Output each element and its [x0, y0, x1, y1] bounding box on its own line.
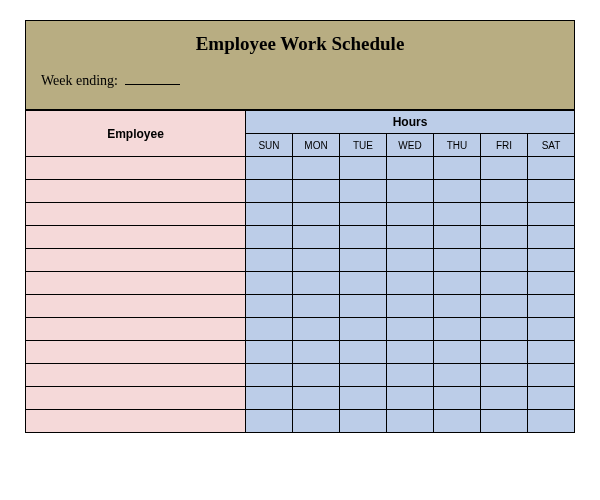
hours-cell[interactable] — [528, 318, 575, 341]
hours-cell[interactable] — [387, 318, 434, 341]
hours-cell[interactable] — [434, 364, 481, 387]
hours-cell[interactable] — [293, 203, 340, 226]
hours-cell[interactable] — [528, 364, 575, 387]
hours-cell[interactable] — [434, 318, 481, 341]
hours-cell[interactable] — [340, 410, 387, 433]
hours-cell[interactable] — [481, 410, 528, 433]
hours-cell[interactable] — [246, 364, 293, 387]
hours-cell[interactable] — [481, 387, 528, 410]
hours-cell[interactable] — [387, 364, 434, 387]
employee-cell[interactable] — [26, 180, 246, 203]
hours-cell[interactable] — [387, 387, 434, 410]
hours-cell[interactable] — [340, 157, 387, 180]
hours-cell[interactable] — [387, 410, 434, 433]
hours-cell[interactable] — [481, 318, 528, 341]
hours-cell[interactable] — [528, 341, 575, 364]
week-ending-input-line[interactable] — [125, 84, 180, 85]
hours-cell[interactable] — [387, 180, 434, 203]
hours-cell[interactable] — [481, 295, 528, 318]
employee-cell[interactable] — [26, 387, 246, 410]
hours-cell[interactable] — [293, 318, 340, 341]
hours-cell[interactable] — [293, 157, 340, 180]
hours-cell[interactable] — [246, 387, 293, 410]
hours-cell[interactable] — [434, 203, 481, 226]
hours-cell[interactable] — [340, 272, 387, 295]
hours-cell[interactable] — [246, 318, 293, 341]
hours-cell[interactable] — [246, 272, 293, 295]
hours-cell[interactable] — [434, 249, 481, 272]
hours-cell[interactable] — [293, 410, 340, 433]
hours-cell[interactable] — [481, 249, 528, 272]
hours-cell[interactable] — [434, 295, 481, 318]
employee-cell[interactable] — [26, 318, 246, 341]
hours-cell[interactable] — [340, 249, 387, 272]
table-row — [26, 272, 575, 295]
hours-cell[interactable] — [246, 157, 293, 180]
hours-cell[interactable] — [293, 272, 340, 295]
hours-cell[interactable] — [293, 387, 340, 410]
hours-cell[interactable] — [246, 226, 293, 249]
hours-cell[interactable] — [387, 226, 434, 249]
hours-cell[interactable] — [434, 410, 481, 433]
hours-cell[interactable] — [434, 226, 481, 249]
hours-cell[interactable] — [481, 226, 528, 249]
hours-cell[interactable] — [340, 203, 387, 226]
hours-cell[interactable] — [293, 295, 340, 318]
hours-cell[interactable] — [340, 180, 387, 203]
employee-cell[interactable] — [26, 226, 246, 249]
hours-cell[interactable] — [387, 249, 434, 272]
hours-cell[interactable] — [528, 295, 575, 318]
table-row — [26, 364, 575, 387]
hours-cell[interactable] — [528, 226, 575, 249]
hours-cell[interactable] — [481, 272, 528, 295]
hours-cell[interactable] — [340, 318, 387, 341]
hours-cell[interactable] — [246, 341, 293, 364]
employee-cell[interactable] — [26, 157, 246, 180]
hours-cell[interactable] — [387, 341, 434, 364]
hours-cell[interactable] — [293, 249, 340, 272]
hours-cell[interactable] — [528, 410, 575, 433]
hours-cell[interactable] — [528, 203, 575, 226]
hours-cell[interactable] — [434, 157, 481, 180]
hours-cell[interactable] — [340, 387, 387, 410]
employee-cell[interactable] — [26, 364, 246, 387]
hours-cell[interactable] — [528, 272, 575, 295]
employee-cell[interactable] — [26, 341, 246, 364]
hours-cell[interactable] — [387, 157, 434, 180]
hours-cell[interactable] — [481, 203, 528, 226]
hours-cell[interactable] — [481, 180, 528, 203]
hours-cell[interactable] — [246, 203, 293, 226]
employee-cell[interactable] — [26, 203, 246, 226]
hours-cell[interactable] — [387, 295, 434, 318]
employee-cell[interactable] — [26, 249, 246, 272]
hours-cell[interactable] — [246, 410, 293, 433]
hours-cell[interactable] — [293, 226, 340, 249]
employee-cell[interactable] — [26, 410, 246, 433]
hours-cell[interactable] — [293, 364, 340, 387]
hours-cell[interactable] — [246, 180, 293, 203]
hours-column-header: Hours — [246, 111, 575, 134]
hours-cell[interactable] — [340, 226, 387, 249]
hours-cell[interactable] — [246, 249, 293, 272]
hours-cell[interactable] — [434, 387, 481, 410]
hours-cell[interactable] — [528, 157, 575, 180]
hours-cell[interactable] — [528, 180, 575, 203]
hours-cell[interactable] — [528, 249, 575, 272]
hours-cell[interactable] — [434, 272, 481, 295]
employee-cell[interactable] — [26, 272, 246, 295]
hours-cell[interactable] — [387, 272, 434, 295]
hours-cell[interactable] — [340, 341, 387, 364]
hours-cell[interactable] — [340, 295, 387, 318]
employee-cell[interactable] — [26, 295, 246, 318]
hours-cell[interactable] — [246, 295, 293, 318]
hours-cell[interactable] — [434, 341, 481, 364]
hours-cell[interactable] — [340, 364, 387, 387]
hours-cell[interactable] — [481, 341, 528, 364]
hours-cell[interactable] — [528, 387, 575, 410]
hours-cell[interactable] — [481, 157, 528, 180]
hours-cell[interactable] — [387, 203, 434, 226]
hours-cell[interactable] — [481, 364, 528, 387]
hours-cell[interactable] — [434, 180, 481, 203]
hours-cell[interactable] — [293, 341, 340, 364]
hours-cell[interactable] — [293, 180, 340, 203]
